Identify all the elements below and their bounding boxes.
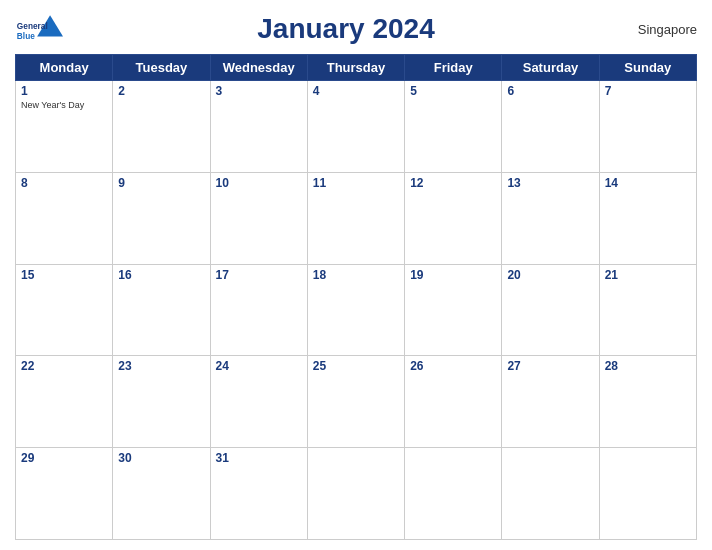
- day-number: 6: [507, 84, 593, 98]
- calendar-cell: 23: [113, 356, 210, 448]
- logo-icon: General Blue: [15, 10, 75, 48]
- day-number: 20: [507, 268, 593, 282]
- day-number: 22: [21, 359, 107, 373]
- day-header-saturday: Saturday: [502, 55, 599, 81]
- day-header-wednesday: Wednesday: [210, 55, 307, 81]
- week-row-2: 891011121314: [16, 172, 697, 264]
- day-number: 29: [21, 451, 107, 465]
- calendar-cell: 25: [307, 356, 404, 448]
- day-number: 27: [507, 359, 593, 373]
- day-header-tuesday: Tuesday: [113, 55, 210, 81]
- calendar-cell: 14: [599, 172, 696, 264]
- calendar-cell: 1New Year's Day: [16, 81, 113, 173]
- calendar-cell: 10: [210, 172, 307, 264]
- day-number: 10: [216, 176, 302, 190]
- day-number: 1: [21, 84, 107, 98]
- day-header-friday: Friday: [405, 55, 502, 81]
- day-number: 17: [216, 268, 302, 282]
- calendar-cell: 17: [210, 264, 307, 356]
- day-number: 13: [507, 176, 593, 190]
- day-number: 4: [313, 84, 399, 98]
- calendar-cell: 22: [16, 356, 113, 448]
- calendar-table: MondayTuesdayWednesdayThursdayFridaySatu…: [15, 54, 697, 540]
- calendar-cell: 27: [502, 356, 599, 448]
- day-header-sunday: Sunday: [599, 55, 696, 81]
- day-number: 3: [216, 84, 302, 98]
- calendar-cell: 26: [405, 356, 502, 448]
- days-header-row: MondayTuesdayWednesdayThursdayFridaySatu…: [16, 55, 697, 81]
- calendar-cell: 11: [307, 172, 404, 264]
- day-number: 2: [118, 84, 204, 98]
- calendar-cell: 8: [16, 172, 113, 264]
- calendar-cell: 18: [307, 264, 404, 356]
- day-number: 31: [216, 451, 302, 465]
- day-number: 14: [605, 176, 691, 190]
- day-number: 5: [410, 84, 496, 98]
- day-number: 26: [410, 359, 496, 373]
- svg-text:Blue: Blue: [17, 31, 35, 41]
- calendar-cell: 3: [210, 81, 307, 173]
- day-number: 15: [21, 268, 107, 282]
- day-number: 9: [118, 176, 204, 190]
- day-number: 19: [410, 268, 496, 282]
- logo: General Blue: [15, 10, 75, 48]
- week-row-1: 1New Year's Day234567: [16, 81, 697, 173]
- day-number: 23: [118, 359, 204, 373]
- calendar-cell: 13: [502, 172, 599, 264]
- calendar-cell: 21: [599, 264, 696, 356]
- calendar-cell: [502, 448, 599, 540]
- day-number: 16: [118, 268, 204, 282]
- calendar-cell: 29: [16, 448, 113, 540]
- calendar-cell: 19: [405, 264, 502, 356]
- calendar-cell: 16: [113, 264, 210, 356]
- calendar-cell: 6: [502, 81, 599, 173]
- day-number: 28: [605, 359, 691, 373]
- calendar-cell: 4: [307, 81, 404, 173]
- calendar-cell: 28: [599, 356, 696, 448]
- day-number: 11: [313, 176, 399, 190]
- calendar-cell: 5: [405, 81, 502, 173]
- svg-text:General: General: [17, 21, 48, 31]
- day-number: 25: [313, 359, 399, 373]
- holiday-label: New Year's Day: [21, 100, 107, 110]
- day-number: 21: [605, 268, 691, 282]
- day-number: 24: [216, 359, 302, 373]
- calendar-cell: 31: [210, 448, 307, 540]
- day-header-monday: Monday: [16, 55, 113, 81]
- calendar-header: General Blue January 2024 Singapore: [15, 10, 697, 48]
- week-row-4: 22232425262728: [16, 356, 697, 448]
- day-number: 12: [410, 176, 496, 190]
- day-header-thursday: Thursday: [307, 55, 404, 81]
- day-number: 7: [605, 84, 691, 98]
- calendar-cell: 24: [210, 356, 307, 448]
- calendar-cell: 30: [113, 448, 210, 540]
- week-row-5: 293031: [16, 448, 697, 540]
- day-number: 30: [118, 451, 204, 465]
- calendar-cell: [307, 448, 404, 540]
- calendar-cell: 2: [113, 81, 210, 173]
- calendar-cell: 20: [502, 264, 599, 356]
- week-row-3: 15161718192021: [16, 264, 697, 356]
- day-number: 8: [21, 176, 107, 190]
- title-area: January 2024: [75, 13, 617, 45]
- day-number: 18: [313, 268, 399, 282]
- calendar-cell: [405, 448, 502, 540]
- calendar-cell: 7: [599, 81, 696, 173]
- calendar-title: January 2024: [257, 13, 434, 44]
- calendar-cell: 12: [405, 172, 502, 264]
- calendar-cell: [599, 448, 696, 540]
- calendar-cell: 15: [16, 264, 113, 356]
- region-label: Singapore: [617, 22, 697, 37]
- calendar-cell: 9: [113, 172, 210, 264]
